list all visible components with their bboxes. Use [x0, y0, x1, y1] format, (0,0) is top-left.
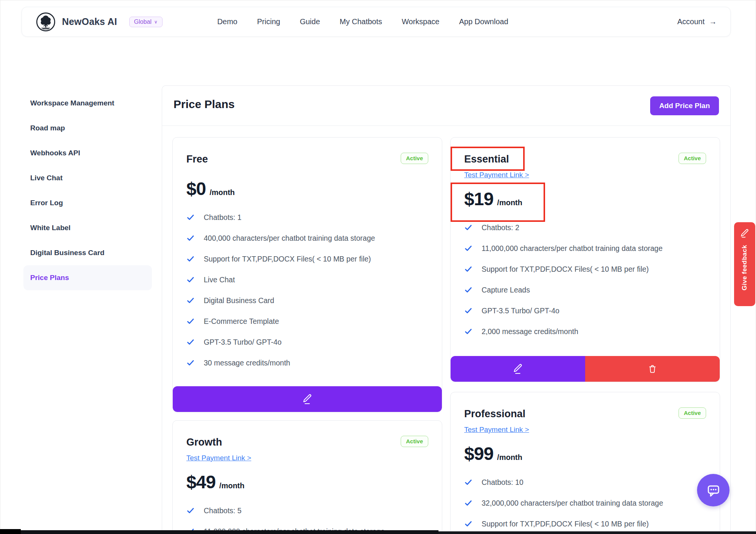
check-icon — [464, 499, 472, 507]
feature-item: Chatbots: 2 — [464, 223, 706, 232]
nav-workspace[interactable]: Workspace — [402, 17, 440, 26]
check-icon — [464, 286, 472, 294]
sidebar-item-digital-business-card[interactable]: Digital Business Card — [23, 240, 152, 265]
feature-item: Capture Leads — [464, 285, 706, 294]
feature-list: Chatbots: 2 11,000,000 characters/per ch… — [464, 223, 706, 336]
sidebar-item-live-chat[interactable]: Live Chat — [23, 166, 152, 190]
sidebar-item-webhooks-api[interactable]: Webhooks API — [23, 141, 152, 166]
plan-name: Free — [186, 153, 208, 166]
test-payment-link[interactable]: Test Payment Link > — [464, 169, 529, 180]
feature-text: GPT-3.5 Turbo/ GPT-4o — [204, 337, 282, 347]
test-payment-link[interactable]: Test Payment Link > — [464, 424, 529, 435]
feature-item: 400,000 characters/per chatbot training … — [186, 234, 428, 243]
feature-item: Support for TXT,PDF,DOCX Files( < 10 MB … — [464, 265, 706, 274]
nav-demo[interactable]: Demo — [217, 17, 237, 26]
plan-actions — [451, 356, 720, 382]
give-feedback-tab[interactable]: Give feedback — [734, 222, 755, 306]
sidebar-item-road-map[interactable]: Road map — [23, 116, 152, 141]
top-navbar: NewOaks AI Global ∨ Demo Pricing Guide M… — [22, 7, 731, 37]
chevron-down-icon: ∨ — [154, 19, 158, 25]
page-title: Price Plans — [174, 98, 235, 111]
check-icon — [186, 338, 195, 346]
price-plans-page: NewOaks AI Global ∨ Demo Pricing Guide M… — [0, 0, 756, 534]
feature-text: Support for TXT,PDF,DOCX Files( < 10 MB … — [204, 254, 371, 263]
check-icon — [186, 234, 195, 242]
arrow-right-icon: → — [709, 17, 717, 26]
plan-price: $19 — [464, 189, 493, 209]
check-icon — [186, 296, 195, 305]
check-icon — [186, 506, 195, 515]
nav-guide[interactable]: Guide — [300, 17, 320, 26]
sidebar-item-error-log[interactable]: Error Log — [23, 190, 152, 215]
feature-text: Chatbots: 1 — [204, 213, 242, 222]
settings-sidebar: Workspace Management Road map Webhooks A… — [23, 91, 152, 290]
plan-period: /month — [497, 453, 522, 462]
region-selector[interactable]: Global ∨ — [129, 17, 163, 27]
edit-plan-button[interactable] — [451, 356, 585, 382]
feature-text: Capture Leads — [482, 285, 530, 294]
account-label: Account — [677, 17, 705, 26]
feature-text: 400,000 characters/per chatbot training … — [204, 234, 375, 243]
feature-list: Chatbots: 5 11,000,000 characters/per ch… — [186, 506, 428, 531]
feature-list: Chatbots: 10 32,000,000 characters/per c… — [464, 478, 706, 528]
add-price-plan-button[interactable]: Add Price Plan — [650, 96, 719, 115]
feature-item: 32,000,000 characters/per chatbot traini… — [464, 498, 706, 508]
feature-item: Support for TXT,PDF,DOCX Files( < 10 MB … — [464, 519, 706, 528]
plan-card-professional: Professional Active Test Payment Link > … — [450, 392, 720, 531]
trash-icon — [648, 364, 657, 374]
check-icon — [464, 520, 472, 528]
check-icon — [464, 265, 472, 273]
pencil-icon — [740, 228, 750, 239]
plan-card-free: Free Active $0 /month Chatbots: 1 400,00 — [172, 137, 442, 412]
screen-bottom-corner-block — [0, 529, 21, 534]
feature-text: 30 message credits/month — [204, 358, 290, 367]
feature-text: Support for TXT,PDF,DOCX Files( < 10 MB … — [482, 265, 649, 274]
newoaks-tree-logo-icon — [36, 12, 56, 32]
check-icon — [464, 327, 472, 336]
feature-item: 30 message credits/month — [186, 358, 428, 367]
feature-text: E-Commerce Template — [204, 317, 279, 326]
plan-period: /month — [219, 481, 245, 490]
plan-price: $99 — [464, 443, 493, 464]
feature-item: Chatbots: 1 — [186, 213, 428, 222]
sidebar-item-white-label[interactable]: White Label — [23, 215, 152, 240]
nav-my-chatbots[interactable]: My Chatbots — [340, 17, 382, 26]
region-label: Global — [134, 19, 152, 25]
check-icon — [186, 359, 195, 367]
plan-actions — [173, 386, 442, 412]
feature-item: GPT-3.5 Turbo/ GPT-4o — [464, 306, 706, 315]
account-menu[interactable]: Account → — [677, 17, 717, 26]
delete-plan-button[interactable] — [585, 356, 720, 382]
sidebar-item-workspace-management[interactable]: Workspace Management — [23, 91, 152, 116]
status-badge: Active — [401, 153, 428, 164]
plan-period: /month — [497, 198, 522, 207]
screen-bottom-bar — [11, 530, 438, 534]
feature-item: Live Chat — [186, 275, 428, 284]
feature-text: 11,000,000 characters/per chatbot traini… — [482, 244, 663, 253]
sidebar-item-price-plans[interactable]: Price Plans — [23, 265, 152, 290]
panel-header: Price Plans Add Price Plan — [162, 86, 730, 126]
status-badge: Active — [679, 153, 706, 164]
chat-widget-button[interactable] — [697, 474, 730, 506]
feature-text: GPT-3.5 Turbo/ GPT-4o — [482, 306, 559, 315]
check-icon — [186, 317, 195, 325]
feedback-label: Give feedback — [741, 245, 748, 290]
feature-item: Chatbots: 10 — [464, 478, 706, 487]
check-icon — [186, 255, 195, 263]
nav-pricing[interactable]: Pricing — [257, 17, 280, 26]
test-payment-link[interactable]: Test Payment Link > — [186, 452, 251, 463]
main-nav: Demo Pricing Guide My Chatbots Workspace… — [217, 17, 508, 26]
check-icon — [186, 276, 195, 284]
edit-plan-button[interactable] — [173, 386, 442, 412]
pencil-icon — [302, 393, 313, 405]
status-badge: Active — [679, 407, 706, 419]
plan-price: $0 — [186, 178, 206, 199]
feature-item: E-Commerce Template — [186, 317, 428, 326]
check-icon — [186, 213, 195, 221]
feature-text: 2,000 message credits/month — [482, 327, 578, 336]
nav-app-download[interactable]: App Download — [459, 17, 508, 26]
check-icon — [464, 223, 472, 232]
feature-text: Chatbots: 10 — [482, 478, 524, 487]
feature-item: Support for TXT,PDF,DOCX Files( < 10 MB … — [186, 254, 428, 263]
brand: NewOaks AI Global ∨ — [36, 12, 163, 32]
